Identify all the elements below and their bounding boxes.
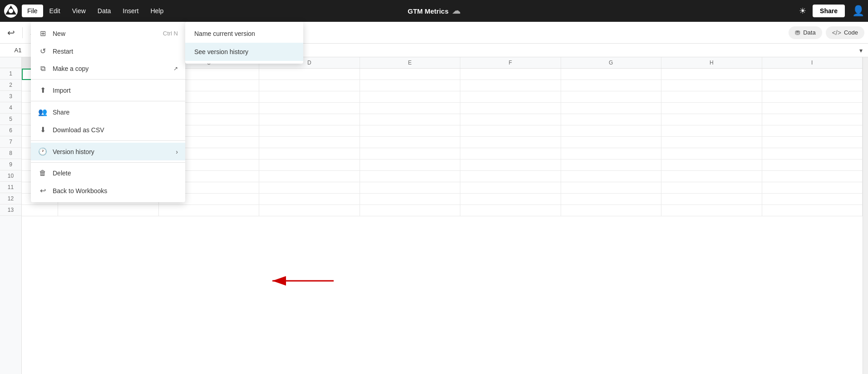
cell-i7[interactable] [762,137,863,148]
cell-f13[interactable] [460,205,561,216]
cell-d11[interactable] [259,182,360,194]
cell-e1[interactable] [360,69,461,80]
cell-d5[interactable] [259,114,360,125]
user-avatar[interactable]: 👤 [852,5,864,17]
menu-view[interactable]: View [67,5,91,17]
cell-e11[interactable] [360,182,461,194]
menu-item-import[interactable]: ⬆ Import [31,81,185,99]
formula-expand-button[interactable]: ▾ [854,45,868,56]
menu-item-download-csv[interactable]: ⬇ Download as CSV [31,121,185,139]
cell-g4[interactable] [561,103,662,114]
menu-insert[interactable]: Insert [117,5,144,17]
cell-d2[interactable] [259,80,360,91]
cell-h13[interactable] [661,205,762,216]
cell-i4[interactable] [762,103,863,114]
cell-i1[interactable] [762,69,863,80]
cell-f4[interactable] [460,103,561,114]
menu-item-restart[interactable]: ↺ Restart [31,42,185,60]
cell-i12[interactable] [762,194,863,205]
cell-g1[interactable] [561,69,662,80]
menu-file[interactable]: File [22,5,43,17]
cell-e3[interactable] [360,91,461,103]
theme-toggle-button[interactable]: ☀ [796,3,809,19]
cell-d12[interactable] [259,194,360,205]
cell-i10[interactable] [762,171,863,182]
cell-e8[interactable] [360,148,461,160]
cell-h11[interactable] [661,182,762,194]
cell-g7[interactable] [561,137,662,148]
cell-g5[interactable] [561,114,662,125]
cell-e4[interactable] [360,103,461,114]
cell-g3[interactable] [561,91,662,103]
cell-e6[interactable] [360,125,461,137]
cell-d6[interactable] [259,125,360,137]
cell-f3[interactable] [460,91,561,103]
cell-f9[interactable] [460,160,561,171]
cell-g2[interactable] [561,80,662,91]
cell-a13[interactable] [22,205,58,216]
cell-g6[interactable] [561,125,662,137]
menu-item-make-copy[interactable]: ⧉ Make a copy ↗ [31,60,185,77]
cell-b13[interactable] [58,205,159,216]
cell-d1[interactable] [259,69,360,80]
cell-i2[interactable] [762,80,863,91]
data-button[interactable]: ⛃ Data [789,26,822,39]
cell-h6[interactable] [661,125,762,137]
share-button[interactable]: Share [813,5,845,17]
cell-d9[interactable] [259,160,360,171]
cell-i6[interactable] [762,125,863,137]
cell-i5[interactable] [762,114,863,125]
cell-e2[interactable] [360,80,461,91]
cell-d10[interactable] [259,171,360,182]
cell-h2[interactable] [661,80,762,91]
cell-d3[interactable] [259,91,360,103]
menu-item-share[interactable]: 👥 Share [31,103,185,121]
cell-i3[interactable] [762,91,863,103]
submenu-name-version[interactable]: Name current version [185,25,303,43]
cell-g11[interactable] [561,182,662,194]
cell-f8[interactable] [460,148,561,160]
cell-h7[interactable] [661,137,762,148]
cell-d7[interactable] [259,137,360,148]
menu-edit[interactable]: Edit [44,5,66,17]
code-button[interactable]: </> Code [826,26,864,39]
menu-item-new[interactable]: ⊞ New Ctrl N [31,25,185,42]
cell-h5[interactable] [661,114,762,125]
submenu-see-history[interactable]: See version history [185,43,303,61]
cell-h10[interactable] [661,171,762,182]
cell-e9[interactable] [360,160,461,171]
cell-f1[interactable] [460,69,561,80]
cell-i13[interactable] [762,205,863,216]
cell-d13[interactable] [259,205,360,216]
menu-help[interactable]: Help [145,5,169,17]
cell-h4[interactable] [661,103,762,114]
menu-item-delete[interactable]: 🗑 Delete [31,165,185,182]
cell-e5[interactable] [360,114,461,125]
menu-item-back-to-workbooks[interactable]: ↩ Back to Workbooks [31,182,185,199]
cell-g8[interactable] [561,148,662,160]
menu-data[interactable]: Data [92,5,117,17]
cell-f12[interactable] [460,194,561,205]
cell-g10[interactable] [561,171,662,182]
vertical-scrollbar[interactable] [863,57,868,374]
cell-c13[interactable] [159,205,260,216]
menu-item-version-history[interactable]: 🕐 Version history › [31,143,185,160]
cell-h8[interactable] [661,148,762,160]
cell-e13[interactable] [360,205,461,216]
cell-h1[interactable] [661,69,762,80]
cell-f2[interactable] [460,80,561,91]
cell-i8[interactable] [762,148,863,160]
cell-i9[interactable] [762,160,863,171]
cell-f6[interactable] [460,125,561,137]
app-logo[interactable] [4,4,18,18]
cell-h12[interactable] [661,194,762,205]
undo-button[interactable]: ↩ [4,25,19,40]
cell-g13[interactable] [561,205,662,216]
cell-d8[interactable] [259,148,360,160]
cell-f10[interactable] [460,171,561,182]
cell-g12[interactable] [561,194,662,205]
cell-e10[interactable] [360,171,461,182]
cell-i11[interactable] [762,182,863,194]
cell-f7[interactable] [460,137,561,148]
cell-h3[interactable] [661,91,762,103]
